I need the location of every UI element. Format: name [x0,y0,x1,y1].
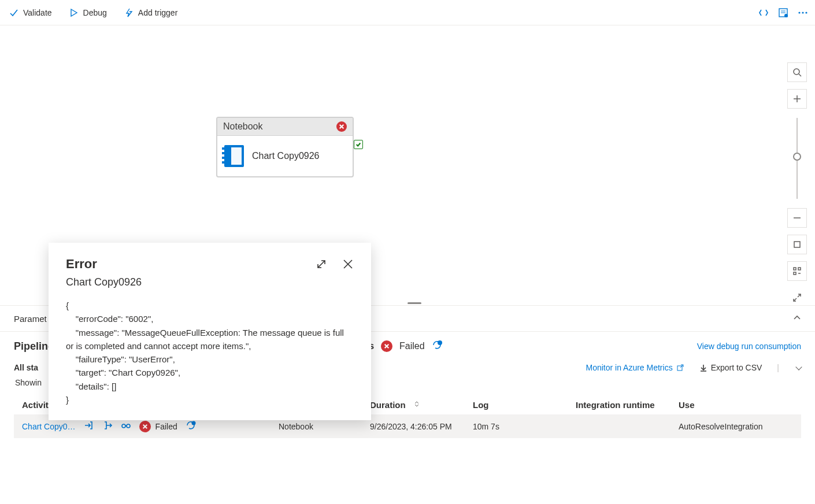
activity-node-body: Chart Copy0926 [217,136,353,176]
code-view-icon[interactable] [758,8,769,18]
lightning-icon [124,8,134,17]
zoom-in-button[interactable] [787,89,807,109]
pipeline-status-value: Failed [399,341,425,351]
view-debug-consumption-link[interactable]: View debug run consumption [697,342,801,351]
tab-list: Paramet [14,314,47,324]
glasses-icon[interactable] [121,420,131,432]
cell-type: Notebook [267,422,370,431]
col-duration[interactable]: Duration [370,400,473,410]
download-icon [699,364,707,372]
debug-button[interactable]: Debug [67,6,109,20]
error-icon [336,121,347,132]
activity-name: Chart Copy0926 [252,151,320,161]
svg-point-24 [438,340,442,345]
zoom-fit-button[interactable] [787,235,807,254]
pipeline-run-title: Pipeline [14,340,54,353]
auto-align-button[interactable] [787,261,807,281]
debug-label: Debug [83,8,107,17]
run-right-actions: Monitor in Azure Metrics Export to CSV | [586,363,801,372]
svg-line-11 [799,74,801,76]
tab-parameters[interactable]: Paramet [14,314,47,324]
success-port-icon[interactable] [354,140,363,149]
activity-node[interactable]: Notebook Chart Copy0926 [216,117,354,177]
svg-point-10 [794,69,799,75]
error-icon [381,340,392,352]
validate-label: Validate [23,8,52,17]
toolbar-left: Validate Debug Add trigger [7,6,180,20]
canvas-side-tools [787,62,807,307]
notebook-icon [224,145,244,167]
error-popup-body: { "errorCode": "6002", "message": "Messa… [66,299,354,406]
error-icon [139,421,151,432]
output-icon[interactable] [102,420,113,432]
filter-all-status[interactable]: All sta [14,363,38,372]
error-popup: Error Chart Copy0926 { "errorCode": "600… [49,243,371,420]
collapse-canvas-button[interactable] [787,288,807,307]
svg-point-7 [805,12,807,13]
toolbar-right [758,8,808,18]
svg-rect-17 [798,268,801,270]
rerun-icon[interactable] [432,340,442,353]
zoom-out-button[interactable] [787,208,807,228]
rerun-row-icon[interactable] [186,420,196,432]
svg-point-29 [122,424,125,428]
svg-rect-16 [794,268,796,270]
error-popup-subtitle: Chart Copy0926 [66,276,354,288]
activity-link[interactable]: Chart Copy0… [22,422,76,431]
svg-point-5 [798,12,800,13]
check-icon [9,8,18,17]
svg-point-33 [191,421,195,425]
svg-line-34 [318,261,325,268]
input-icon[interactable] [84,420,94,432]
col-user[interactable]: Use [679,400,793,410]
zoom-thumb[interactable] [793,153,801,161]
cell-run-start: 9/26/2023, 4:26:05 PM [370,422,473,431]
cell-integration-runtime: AutoResolveIntegration [679,422,781,431]
activity-node-header: Notebook [217,118,353,136]
collapse-panel-button[interactable] [793,314,801,324]
col-log[interactable]: Log [473,400,576,410]
more-options-button[interactable] [794,363,801,372]
activity-type-label: Notebook [223,121,263,132]
sort-icon [413,400,421,410]
more-icon[interactable] [798,8,808,18]
svg-point-4 [784,14,788,17]
error-popup-title: Error [66,257,97,272]
open-external-icon [676,364,684,372]
expand-icon[interactable] [316,258,327,270]
svg-point-30 [127,424,130,428]
monitor-metrics-link[interactable]: Monitor in Azure Metrics [586,363,684,372]
svg-point-6 [802,12,803,13]
export-csv-button[interactable]: Export to CSV [699,363,762,372]
col-integration-runtime[interactable]: Integration runtime [576,400,679,410]
play-icon [69,8,79,17]
svg-marker-0 [71,9,77,16]
toolbar: Validate Debug Add trigger [0,0,815,25]
row-status: Failed [139,421,177,432]
status-filters: All sta [14,363,38,372]
cell-duration: 10m 7s [473,422,576,431]
validate-button[interactable]: Validate [7,6,54,20]
zoom-slider[interactable] [797,118,798,199]
add-trigger-button[interactable]: Add trigger [122,6,180,20]
canvas-search-button[interactable] [787,62,807,82]
svg-rect-15 [794,242,800,247]
svg-rect-18 [794,272,796,275]
panel-resize-handle[interactable] [408,302,421,304]
add-trigger-label: Add trigger [138,8,177,17]
close-icon[interactable] [342,258,354,270]
properties-icon[interactable] [778,8,788,18]
